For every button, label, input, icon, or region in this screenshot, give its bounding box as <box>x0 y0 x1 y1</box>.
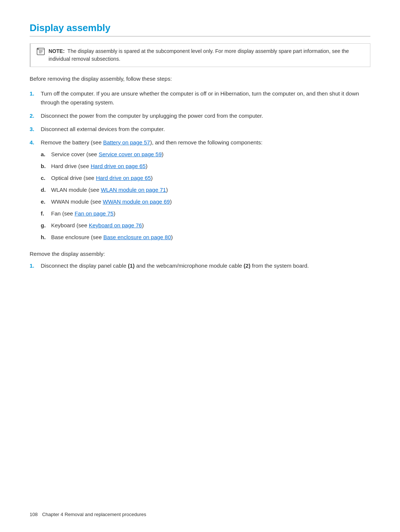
step-number: 2. <box>30 111 41 120</box>
list-item: 1. Turn off the computer. If you are uns… <box>30 89 370 107</box>
wwan-link[interactable]: WWAN module on page 69 <box>103 198 170 205</box>
sub-list-item: e. WWAN module (see WWAN module on page … <box>41 197 370 206</box>
sub-label: a. <box>41 150 51 159</box>
sub-label: g. <box>41 221 51 230</box>
step-text: Disconnect the display panel cable (1) a… <box>41 261 370 270</box>
step-number: 1. <box>30 89 41 98</box>
list-item: 2. Disconnect the power from the compute… <box>30 111 370 120</box>
page-footer: 108 Chapter 4 Removal and replacement pr… <box>30 512 370 517</box>
sub-text: Hard drive (see Hard drive on page 65) <box>51 162 147 171</box>
sub-label: c. <box>41 174 51 183</box>
note-content: The display assembly is spared at the su… <box>49 48 349 62</box>
base-enclosure-link[interactable]: Base enclosure on page 80 <box>103 234 171 240</box>
sub-label: e. <box>41 197 51 206</box>
service-cover-link[interactable]: Service cover on page 59 <box>99 151 161 157</box>
sub-label: b. <box>41 162 51 171</box>
note-box: NOTE: The display assembly is spared at … <box>30 43 370 67</box>
sub-list-item: b. Hard drive (see Hard drive on page 65… <box>41 162 370 171</box>
sub-list-item: c. Optical drive (see Hard drive on page… <box>41 174 370 183</box>
sub-list: a. Service cover (see Service cover on p… <box>41 150 370 242</box>
wlan-link[interactable]: WLAN module on page 71 <box>101 187 166 193</box>
sub-text: Service cover (see Service cover on page… <box>51 150 164 159</box>
sub-text: Keyboard (see Keyboard on page 76) <box>51 221 144 230</box>
list-item: 4. Remove the battery (see Battery on pa… <box>30 138 370 245</box>
footer-page-number: 108 <box>30 512 38 517</box>
sub-list-item: d. WLAN module (see WLAN module on page … <box>41 185 370 194</box>
sub-list-item: a. Service cover (see Service cover on p… <box>41 150 370 159</box>
note-text: NOTE: The display assembly is spared at … <box>49 47 364 63</box>
sub-list-item: h. Base enclosure (see Base enclosure on… <box>41 233 370 242</box>
step-text: Remove the battery (see Battery on page … <box>41 138 370 245</box>
sub-text: Base enclosure (see Base enclosure on pa… <box>51 233 173 242</box>
page-title: Display assembly <box>30 22 370 37</box>
step-text: Disconnect the power from the computer b… <box>41 111 370 120</box>
sub-text: WLAN module (see WLAN module on page 71) <box>51 185 168 194</box>
step-number: 3. <box>30 125 41 134</box>
remove-label: Remove the display assembly: <box>30 251 370 257</box>
step-text: Disconnect all external devices from the… <box>41 125 370 134</box>
intro-text: Before removing the display assembly, fo… <box>30 74 370 83</box>
sub-text: Fan (see Fan on page 75) <box>51 209 115 218</box>
note-label: NOTE: <box>49 48 65 54</box>
list-item: 1. Disconnect the display panel cable (1… <box>30 261 370 270</box>
keyboard-link[interactable]: Keyboard on page 76 <box>89 222 142 228</box>
list-item: 3. Disconnect all external devices from … <box>30 125 370 134</box>
step-number: 4. <box>30 138 41 147</box>
note-icon <box>37 48 45 55</box>
sub-label: h. <box>41 233 51 242</box>
fan-link[interactable]: Fan on page 75 <box>74 210 113 217</box>
step-text: Turn off the computer. If you are unsure… <box>41 89 370 107</box>
step-number: 1. <box>30 261 41 270</box>
sub-text: WWAN module (see WWAN module on page 69) <box>51 197 172 206</box>
hard-drive-link-b[interactable]: Hard drive on page 65 <box>91 163 146 169</box>
optical-drive-link[interactable]: Hard drive on page 65 <box>96 175 151 181</box>
footer-chapter-text: Chapter 4 Removal and replacement proced… <box>42 512 146 517</box>
sub-text: Optical drive (see Hard drive on page 65… <box>51 174 153 183</box>
sub-list-item: f. Fan (see Fan on page 75) <box>41 209 370 218</box>
page-container: Display assembly NOTE: The display assem… <box>0 0 400 306</box>
before-steps-list: 1. Turn off the computer. If you are uns… <box>30 89 370 245</box>
remove-steps-list: 1. Disconnect the display panel cable (1… <box>30 261 370 270</box>
svg-rect-6 <box>37 48 38 49</box>
sub-label: d. <box>41 185 51 194</box>
battery-link[interactable]: Battery on page 57 <box>103 139 150 145</box>
sub-label: f. <box>41 209 51 218</box>
sub-list-item: g. Keyboard (see Keyboard on page 76) <box>41 221 370 230</box>
